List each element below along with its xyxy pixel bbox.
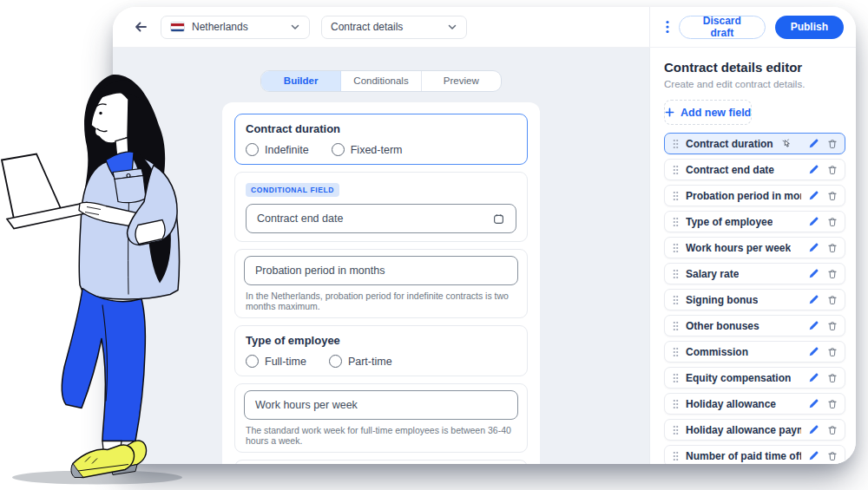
field-label: Holiday allowance [686,398,776,410]
chevron-down-icon [447,22,457,32]
delete-field-button[interactable] [827,139,838,149]
field-row[interactable]: Contract duration [664,133,845,154]
field-list: Contract duration Contract end date [664,133,845,464]
drag-handle-icon[interactable] [673,269,679,279]
conditional-field-badge: CONDITIONAL FIELD [246,183,339,197]
edit-field-button[interactable] [808,398,819,409]
window-body: Builder Conditionals Preview Contract du… [113,48,856,464]
drag-handle-icon[interactable] [673,243,679,253]
drag-handle-icon[interactable] [673,165,679,175]
field-row[interactable]: Holiday allowance payment fre... [664,419,845,441]
drag-handle-icon[interactable] [673,425,679,435]
more-options-button[interactable] [666,20,669,34]
radio-label: Fixed-term [351,144,403,156]
field-row[interactable]: Number of paid time off days [664,445,845,464]
field-row[interactable]: Contract end date [664,159,845,180]
field-row[interactable]: Salary rate [664,263,845,284]
contract-duration-group[interactable]: Contract duration Indefinite Fixed-term [234,114,528,165]
conditional-field-group: CONDITIONAL FIELD Contract end date [234,172,528,242]
cursor-click-icon [780,138,792,150]
tab-conditionals[interactable]: Conditionals [341,71,421,91]
radio-fixed-term[interactable]: Fixed-term [332,143,403,156]
edit-field-button[interactable] [808,164,819,175]
field-row[interactable]: Holiday allowance [664,393,845,415]
drag-handle-icon[interactable] [673,399,679,409]
plus-icon [665,108,674,117]
work-hours-group: Work hours per week The standard work we… [234,383,528,453]
drag-handle-icon[interactable] [673,321,679,331]
drag-handle-icon[interactable] [673,451,679,461]
edit-field-button[interactable] [808,320,819,331]
edit-field-button[interactable] [808,346,819,357]
field-label: Commission [686,346,748,358]
add-new-field-button[interactable]: Add new field [664,100,752,125]
delete-field-button[interactable] [827,269,838,279]
radio-circle-icon [329,355,342,368]
drag-handle-icon[interactable] [673,295,679,305]
edit-field-button[interactable] [808,450,819,461]
edit-field-button[interactable] [808,294,819,305]
probation-input[interactable]: Probation period in months [244,256,518,285]
field-row[interactable]: Signing bonus [664,289,845,310]
radio-circle-icon [332,143,345,156]
tab-builder[interactable]: Builder [261,71,341,91]
document-value: Contract details [331,21,403,33]
drag-handle-icon[interactable] [673,373,679,383]
discard-draft-button[interactable]: Discard draft [679,16,766,39]
delete-field-button[interactable] [827,165,838,175]
delete-field-button[interactable] [827,451,838,461]
tab-preview[interactable]: Preview [422,71,501,91]
edit-field-button[interactable] [808,138,819,149]
field-row[interactable]: Type of employee [664,211,845,232]
publish-button[interactable]: Publish [775,16,844,39]
field-row[interactable]: Other bonuses [664,315,845,336]
field-row[interactable]: Probation period in months [664,185,845,206]
work-hours-input[interactable]: Work hours per week [244,390,518,420]
radio-full-time[interactable]: Full-time [246,355,306,368]
field-row[interactable]: Commission [664,341,845,363]
document-selector[interactable]: Contract details [321,16,467,39]
radio-label: Part-time [348,356,392,368]
edit-field-button[interactable] [808,372,819,383]
radio-row: Full-time Part-time [246,355,516,368]
delete-field-button[interactable] [827,191,838,201]
radio-indefinite[interactable]: Indefinite [246,143,309,156]
delete-field-button[interactable] [827,321,838,331]
field-row[interactable]: Equity compensation [664,367,845,389]
field-label: Other bonuses [686,320,760,332]
delete-field-button[interactable] [827,347,838,357]
edit-field-button[interactable] [808,190,819,201]
delete-field-button[interactable] [827,217,838,227]
drag-handle-icon[interactable] [673,191,679,201]
edit-field-button[interactable] [808,424,819,435]
field-label: Number of paid time off days [686,450,801,462]
back-button[interactable] [132,18,149,36]
drag-handle-icon[interactable] [673,217,679,227]
work-hours-helper-text: The standard work week for full-time emp… [246,425,516,446]
radio-label: Indefinite [265,144,309,156]
contract-end-date-input[interactable]: Contract end date [246,204,516,233]
edit-field-button[interactable] [808,268,819,279]
radio-row: Indefinite Fixed-term [246,143,516,156]
country-value: Netherlands [192,21,248,33]
field-label: Probation period in months [686,190,801,202]
radio-part-time[interactable]: Part-time [329,355,392,368]
edit-field-button[interactable] [808,216,819,227]
edit-field-button[interactable] [808,242,819,253]
delete-field-button[interactable] [827,373,838,383]
panel-subtitle: Create and edit contract details. [664,79,845,89]
delete-field-button[interactable] [827,425,838,435]
country-selector[interactable]: Netherlands [161,16,310,39]
input-label: Probation period in months [255,265,385,277]
calendar-icon[interactable] [492,212,505,225]
delete-field-button[interactable] [827,295,838,305]
drag-handle-icon[interactable] [673,347,679,357]
topbar-right: Discard draft Publish [649,7,856,47]
chevron-down-icon [290,22,300,32]
delete-field-button[interactable] [827,399,838,409]
drag-handle-icon[interactable] [673,139,679,149]
panel-title: Contract details editor [664,60,845,75]
field-row[interactable]: Work hours per week [664,237,845,258]
field-label: Signing bonus [686,294,758,306]
delete-field-button[interactable] [827,243,838,253]
